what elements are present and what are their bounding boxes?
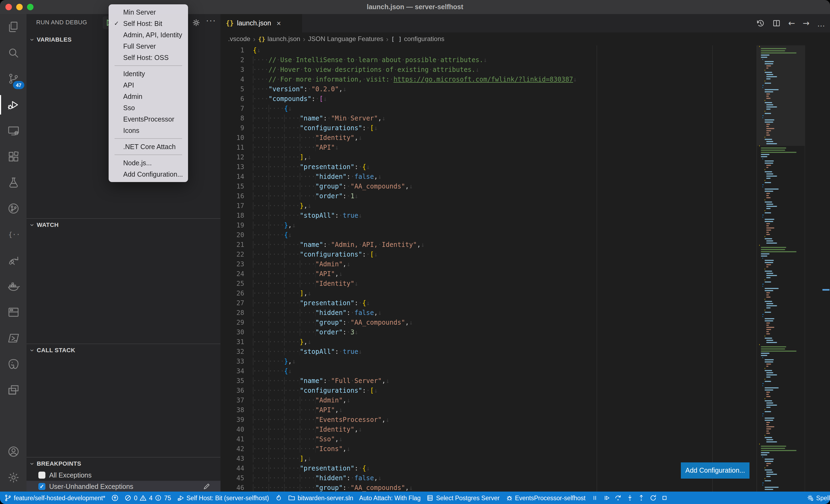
debug-settings-gear-button[interactable] xyxy=(190,17,202,29)
status-item-debug-pause[interactable] xyxy=(592,494,599,502)
status-item-flame[interactable] xyxy=(275,494,282,502)
activity-bar-item-source-control[interactable]: 47 xyxy=(0,66,27,92)
minimize-window-button[interactable] xyxy=(16,4,23,10)
code-line-8[interactable]: 8············"name":·"Min·Server", xyxy=(220,113,830,123)
code-line-14[interactable]: 14················"hidden":·false, xyxy=(220,172,830,181)
code-line-34[interactable]: 34········{ xyxy=(220,366,830,376)
activity-bar-item-run-and-debug[interactable] xyxy=(0,92,27,118)
code-line-27[interactable]: 27············"presentation":·{ xyxy=(220,298,830,308)
sidebar-more-actions-button[interactable]: ··· xyxy=(206,16,216,25)
menu-item-eventsprocessor[interactable]: EventsProcessor xyxy=(111,113,186,125)
code-line-26[interactable]: 26············], xyxy=(220,289,830,298)
activity-bar-item-settings[interactable] xyxy=(0,465,27,491)
add-configuration-button[interactable]: Add Configuration... xyxy=(681,462,749,479)
menu-item-net-core-attach[interactable]: .NET Core Attach xyxy=(111,141,186,152)
activity-bar-item-extensions[interactable] xyxy=(0,144,27,170)
menu-item-admin-api-identity[interactable]: Admin, API, Identity xyxy=(111,29,186,40)
code-line-4[interactable]: 4····//·For·more·information,·visit:·htt… xyxy=(220,74,830,84)
call-stack-section-header[interactable]: › CALL STACK xyxy=(27,344,220,356)
code-line-9[interactable]: 9············"configurations":·[ xyxy=(220,123,830,133)
activity-bar-item-storage[interactable] xyxy=(0,299,27,325)
code-line-40[interactable]: 40················"Identity", xyxy=(220,425,830,434)
code-line-36[interactable]: 36············"configurations":·[ xyxy=(220,386,830,395)
code-editor[interactable]: 1{2····//·Use·IntelliSense·to·learn·abou… xyxy=(220,45,830,492)
navigate-back-button[interactable]: ← xyxy=(788,19,795,28)
code-line-31[interactable]: 31············}, xyxy=(220,337,830,347)
status-item-problems-errors[interactable]: 0 xyxy=(125,494,137,502)
menu-item-admin[interactable]: Admin xyxy=(111,91,186,102)
menu-item-icons[interactable]: Icons xyxy=(111,125,186,136)
activity-bar-item-powershell[interactable] xyxy=(0,325,27,351)
code-line-7[interactable]: 7········{ xyxy=(220,104,830,113)
breakpoint-checkbox[interactable]: ✓ xyxy=(38,483,45,490)
timeline-history-button[interactable] xyxy=(756,19,765,28)
code-line-12[interactable]: 12············], xyxy=(220,152,830,162)
minimap[interactable] xyxy=(757,45,805,492)
breadcrumb-item[interactable]: .vscode xyxy=(228,35,251,43)
activity-bar-item-accounts[interactable] xyxy=(0,439,27,465)
code-line-5[interactable]: 5····"version":·"0.2.0", xyxy=(220,84,830,94)
code-line-3[interactable]: 3····//·Hover·to·view·descriptions·of·ex… xyxy=(220,65,830,74)
status-item-problems-warnings[interactable]: 4 xyxy=(140,494,153,502)
code-line-38[interactable]: 38················"API", xyxy=(220,405,830,415)
code-line-24[interactable]: 24················"API", xyxy=(220,269,830,279)
code-line-43[interactable]: 43············], xyxy=(220,454,830,464)
breadcrumb-item[interactable]: {}launch.json xyxy=(258,35,300,43)
code-line-37[interactable]: 37················"Admin", xyxy=(220,395,830,405)
activity-bar-item-json-tools[interactable]: {··} xyxy=(0,222,27,247)
activity-bar-item-live-share[interactable] xyxy=(0,247,27,273)
activity-bar-item-remote-explorer[interactable] xyxy=(0,118,27,144)
code-line-30[interactable]: 30················"order":·3 xyxy=(220,327,830,337)
navigate-forward-button[interactable]: → xyxy=(803,19,809,28)
code-line-46[interactable]: 46················"group":·"AA_compounds… xyxy=(220,483,830,492)
status-item-publish[interactable] xyxy=(111,494,119,502)
code-line-6[interactable]: 6····"compounds":·[ xyxy=(220,94,830,104)
code-line-33[interactable]: 33········}, xyxy=(220,357,830,366)
code-line-20[interactable]: 20········{ xyxy=(220,230,830,240)
code-line-1[interactable]: 1{ xyxy=(220,45,830,55)
breakpoint-row-1[interactable]: ✓User-Unhandled Exceptions xyxy=(27,481,220,492)
code-line-28[interactable]: 28················"hidden":·false, xyxy=(220,308,830,317)
menu-item-self-host-bit[interactable]: ✓Self Host: Bit xyxy=(111,18,186,29)
watch-section-header[interactable]: › WATCH xyxy=(27,219,220,231)
status-item-debug-continue[interactable] xyxy=(603,494,610,502)
status-item-debug-step-over[interactable] xyxy=(615,494,622,502)
status-item-auto-attach[interactable]: Auto Attach: With Flag xyxy=(359,495,421,501)
code-line-15[interactable]: 15················"group":·"AA_compounds… xyxy=(220,181,830,191)
activity-bar-item-postgresql[interactable] xyxy=(0,351,27,377)
code-line-23[interactable]: 23················"Admin", xyxy=(220,259,830,269)
breadcrumb-item[interactable]: JSON Language Features xyxy=(308,35,383,43)
code-line-21[interactable]: 21············"name":·"Admin,·API,·Ident… xyxy=(220,240,830,249)
status-item-debug-session[interactable]: EventsProcessor-selfhost xyxy=(506,494,585,502)
code-line-22[interactable]: 22············"configurations":·[ xyxy=(220,249,830,259)
code-line-18[interactable]: 18············"stopAll":·true xyxy=(220,211,830,221)
activity-bar-item-window-layouts[interactable] xyxy=(0,377,27,403)
code-line-39[interactable]: 39················"EventsProcessor", xyxy=(220,415,830,425)
menu-item-node-js[interactable]: Node.js... xyxy=(111,157,186,169)
status-item-spell-checker[interactable]: Spell xyxy=(807,494,830,502)
code-line-19[interactable]: 19········}, xyxy=(220,221,830,230)
activity-bar-item-docker[interactable] xyxy=(0,273,27,299)
status-item-debug-step-out[interactable] xyxy=(638,494,645,502)
breakpoint-checkbox[interactable] xyxy=(38,472,45,479)
activity-bar-item-testing[interactable] xyxy=(0,170,27,196)
breadcrumb-item[interactable]: [ ]configurations xyxy=(391,35,444,43)
more-actions-button[interactable]: … xyxy=(817,19,826,28)
status-item-postgres-server[interactable]: Select Postgres Server xyxy=(426,494,500,502)
code-line-17[interactable]: 17············}, xyxy=(220,201,830,211)
menu-item-add-configuration[interactable]: Add Configuration... xyxy=(111,169,186,180)
menu-item-api[interactable]: API xyxy=(111,79,186,91)
edit-breakpoint-button[interactable] xyxy=(203,482,211,492)
code-line-42[interactable]: 42················"Icons", xyxy=(220,444,830,454)
status-item-problems-info[interactable]: 75 xyxy=(155,494,171,502)
breakpoints-section-header[interactable]: › BREAKPOINTS xyxy=(27,458,220,469)
code-line-25[interactable]: 25················"Identity" xyxy=(220,279,830,289)
menu-item-full-server[interactable]: Full Server xyxy=(111,40,186,52)
activity-bar-item-search[interactable] xyxy=(0,40,27,66)
code-line-32[interactable]: 32············"stopAll":·true xyxy=(220,347,830,357)
status-item-debug-restart[interactable] xyxy=(649,494,657,502)
breakpoint-row-0[interactable]: All Exceptions xyxy=(27,469,220,481)
activity-bar-item-git-graph[interactable] xyxy=(0,196,27,222)
overview-ruler-scrollbar[interactable] xyxy=(805,45,830,492)
minimap-slider[interactable] xyxy=(757,45,805,146)
